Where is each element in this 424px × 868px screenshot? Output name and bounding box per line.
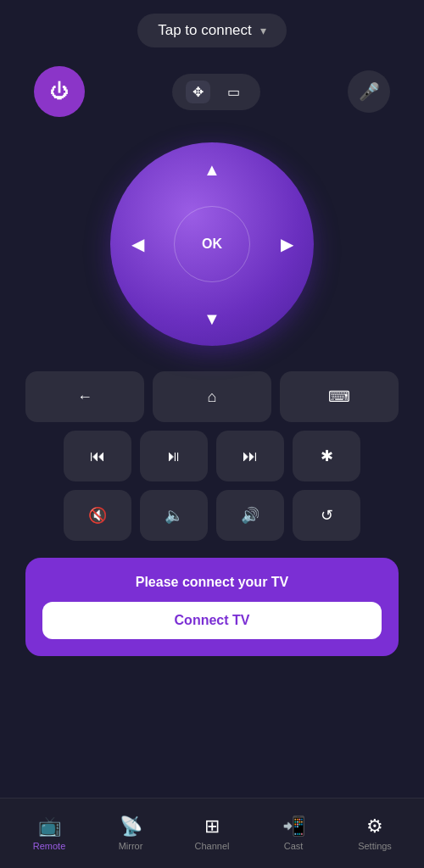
mute-icon: 🔇 bbox=[88, 506, 107, 525]
volume-down-icon: 🔈 bbox=[165, 506, 183, 525]
nav-remote[interactable]: 📺 Remote bbox=[8, 810, 90, 856]
remote-body: ⏻ ✥ ▭ 🎤 ▲ ◀ OK ▶ bbox=[0, 58, 424, 798]
left-arrow-icon: ◀ bbox=[131, 234, 144, 254]
button-row-3: 🔇 🔈 🔊 ↺ bbox=[25, 490, 399, 541]
settings-nav-icon: ⚙ bbox=[366, 815, 383, 837]
play-pause-icon: ⏯ bbox=[166, 448, 181, 465]
power-button[interactable]: ⏻ bbox=[34, 66, 85, 117]
screen-icon: ▭ bbox=[227, 85, 240, 99]
nav-mirror[interactable]: 📡 Mirror bbox=[90, 810, 171, 856]
bottom-nav: 📺 Remote 📡 Mirror ⊞ Channel 📲 Cast ⚙ Set… bbox=[0, 798, 424, 868]
button-row-2: ⏮ ⏯ ⏭ ✱ bbox=[25, 431, 399, 481]
right-arrow-icon: ▶ bbox=[281, 234, 293, 254]
mirror-nav-label: Mirror bbox=[119, 841, 143, 851]
top-controls-row: ⏻ ✥ ▭ 🎤 bbox=[25, 66, 399, 117]
connect-label: Tap to connect bbox=[158, 22, 252, 39]
nav-settings[interactable]: ⚙ Settings bbox=[334, 810, 416, 856]
nav-cast[interactable]: 📲 Cast bbox=[253, 810, 334, 856]
dpad-circle: ▲ ◀ OK ▶ ▼ bbox=[110, 142, 314, 346]
dpad-left-button[interactable]: ◀ bbox=[120, 227, 154, 261]
volume-down-button[interactable]: 🔈 bbox=[140, 490, 208, 541]
chevron-down-icon: ▾ bbox=[260, 24, 266, 37]
ok-label: OK bbox=[202, 236, 222, 252]
header: Tap to connect ▾ bbox=[0, 0, 424, 58]
mic-button[interactable]: 🎤 bbox=[348, 70, 390, 113]
remote-nav-icon: 📺 bbox=[38, 815, 61, 837]
move-icon: ✥ bbox=[192, 85, 204, 99]
nav-group: ✥ ▭ bbox=[172, 74, 260, 110]
fast-forward-icon: ⏭ bbox=[243, 448, 258, 465]
home-button[interactable]: ⌂ bbox=[153, 371, 271, 422]
back-icon: ← bbox=[77, 388, 92, 406]
connect-tv-button[interactable]: Connect TV bbox=[42, 602, 382, 639]
cast-nav-icon: 📲 bbox=[282, 815, 305, 837]
up-arrow-icon: ▲ bbox=[204, 160, 220, 180]
asterisk-button[interactable]: ✱ bbox=[293, 431, 360, 481]
screen-button[interactable]: ▭ bbox=[220, 81, 247, 103]
cast-nav-label: Cast bbox=[284, 841, 304, 851]
ok-button[interactable]: OK bbox=[174, 206, 250, 282]
asterisk-icon: ✱ bbox=[321, 447, 333, 465]
mic-icon: 🎤 bbox=[359, 81, 380, 102]
move-button[interactable]: ✥ bbox=[186, 81, 210, 103]
button-grid: ← ⌂ ⌨ ⏮ ⏯ ⏭ ✱ bbox=[25, 371, 399, 541]
channel-nav-icon: ⊞ bbox=[204, 815, 220, 837]
dpad-up-button[interactable]: ▲ bbox=[195, 153, 229, 186]
dpad-right-button[interactable]: ▶ bbox=[270, 227, 304, 261]
back-button[interactable]: ← bbox=[25, 371, 144, 422]
rewind-button[interactable]: ⏮ bbox=[64, 431, 131, 481]
power-icon: ⏻ bbox=[50, 81, 69, 103]
volume-up-button[interactable]: 🔊 bbox=[216, 490, 284, 541]
keyboard-button[interactable]: ⌨ bbox=[280, 371, 399, 422]
connect-banner: Please connect your TV Connect TV bbox=[25, 558, 399, 656]
connect-tv-label: Connect TV bbox=[175, 613, 250, 627]
volume-up-icon: 🔊 bbox=[241, 506, 259, 525]
connect-message: Please connect your TV bbox=[136, 575, 289, 590]
down-arrow-icon: ▼ bbox=[204, 309, 220, 329]
dpad-container: ▲ ◀ OK ▶ ▼ bbox=[110, 142, 314, 346]
remote-nav-label: Remote bbox=[33, 841, 66, 851]
reload-icon: ↺ bbox=[321, 506, 333, 525]
settings-nav-label: Settings bbox=[358, 841, 392, 851]
fast-forward-button[interactable]: ⏭ bbox=[216, 431, 284, 481]
mute-button[interactable]: 🔇 bbox=[64, 490, 131, 541]
dpad-down-button[interactable]: ▼ bbox=[195, 302, 229, 336]
button-row-1: ← ⌂ ⌨ bbox=[25, 371, 399, 422]
connect-dropdown[interactable]: Tap to connect ▾ bbox=[137, 14, 287, 47]
rewind-icon: ⏮ bbox=[90, 448, 105, 465]
channel-nav-label: Channel bbox=[195, 841, 230, 851]
play-pause-button[interactable]: ⏯ bbox=[140, 431, 208, 481]
home-icon: ⌂ bbox=[208, 388, 217, 406]
keyboard-icon: ⌨ bbox=[328, 387, 350, 406]
nav-channel[interactable]: ⊞ Channel bbox=[171, 810, 253, 856]
reload-button[interactable]: ↺ bbox=[293, 490, 360, 541]
mirror-nav-icon: 📡 bbox=[120, 815, 142, 837]
